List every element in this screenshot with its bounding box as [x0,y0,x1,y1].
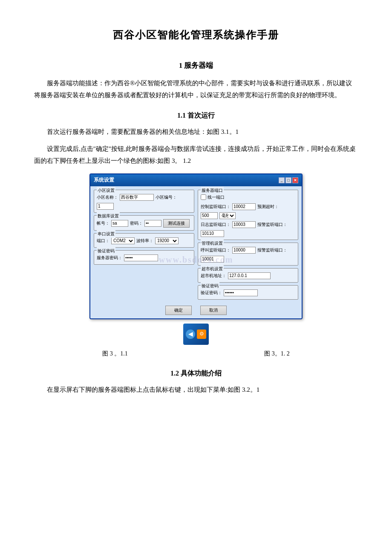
subsection1-heading: 1.1 首次运行 [34,110,358,122]
auth-group-left: 验证密码 服务器密码： [94,250,194,265]
dialog-title: 系统设置 [94,176,114,185]
daily-port-label: 日志监听端口： [201,221,231,228]
server-port-group-label: 服务器端口 [201,187,224,194]
section1-description: 服务器端功能描述：作为西谷®小区智能化管理系统的中心部件，需要实时与设备和进行通… [34,78,358,101]
supermarket-addr-input[interactable] [228,272,271,279]
verify-pwd-label: 验证密码： [201,289,222,297]
confirm-button[interactable]: 确定 [165,306,192,315]
mgmt-alarm-input[interactable] [201,256,224,263]
taskbar-icon-figure: ◀ ⚙ [183,324,209,345]
control-port-row: 控制监听端口： 预测超时： 毫秒 [201,203,295,219]
dialog-titlebar: 系统设置 _ □ ✕ [90,174,302,186]
dialog-right-panel: 服务器端口 线一端口 控制监听端口： 预测超时： [198,190,298,300]
supermarket-addr-row: 超市机地址： [201,272,295,280]
control-port-label: 控制监听端口： [201,203,231,211]
community-id-input[interactable] [97,203,114,210]
port-label: 端口： [97,237,110,245]
test-connection-button[interactable]: 测试连接 [163,219,190,228]
minimize-button[interactable]: _ [279,177,285,183]
mgmt-port-input[interactable] [232,247,256,254]
timeout-label: 预测超时： [257,203,279,211]
baud-select[interactable]: 19200 [155,237,179,244]
verify-pwd-input[interactable] [224,289,258,296]
port-select[interactable]: COM2 [111,237,135,244]
db-group-label: 数据库设置 [97,212,120,220]
app-icon: ⚙ [197,330,206,339]
timeout-input[interactable] [201,212,218,219]
server-pwd-row: 服务器密码： [97,254,191,262]
mgmt-alarm-label: 报警监听端口： [257,246,287,254]
subsection1-para2: 设置完成后,点击"确定"按钮,此时服务器端会与数据库尝试连接，连接成功后，开始正… [34,143,358,167]
community-name-input[interactable] [120,194,154,201]
baud-label: 波特率： [136,237,153,245]
serial-group: 串口设置 端口： COM2 波特率： 19200 [94,233,194,248]
dialog-figure: 系统设置 _ □ ✕ 小区设置 [89,173,303,345]
figure-caption-2: 图 3。1. 2 [264,348,290,359]
subsection2-heading: 1.2 具体功能介绍 [34,367,358,380]
alarm-port-label: 报警监听端口： [257,221,287,228]
section1-heading: 1 服务器端 [34,59,358,72]
db-group: 数据库设置 帐号： 密码： 测试连接 [94,215,194,231]
control-port-input[interactable] [232,203,256,210]
auth-group-left-label: 验证密码 [97,247,115,255]
verify-pwd-row: 验证密码： [201,289,295,297]
name-label: 小区名称： [97,194,118,201]
alarm-port-input[interactable] [201,230,224,237]
account-label: 帐号： [97,220,110,227]
small-icon-container: ◀ ⚙ [89,324,303,345]
figure-caption-1: 图 3 。1.1 [102,348,128,359]
line1-checkbox[interactable] [201,194,206,200]
timeout-unit-select[interactable]: 毫秒 [219,212,236,219]
management-group-label: 管理机设置 [201,240,224,247]
line1-label: 线一端口 [208,194,225,201]
db-account-input[interactable] [111,220,128,227]
figure-caption-row: 图 3 。1.1 图 3。1. 2 [34,348,358,359]
community-group: 小区设置 小区名称： 小区编号： [94,190,194,213]
mgmt-port-label: 呼叫监听端口： [201,246,231,254]
system-settings-dialog: 系统设置 _ □ ✕ 小区设置 [89,173,303,319]
checkbox-row: 线一端口 [201,194,295,201]
close-button[interactable]: ✕ [292,177,298,183]
figure-area-1: 系统设置 _ □ ✕ 小区设置 [34,173,358,359]
serial-group-label: 串口设置 [97,230,115,238]
subsection2-para1: 在显示屏右下脚的服务器端图标上点击鼠标右键，出现如下菜单:如图 3.2。1 [34,384,358,396]
management-group: 管理机设置 呼叫监听端口： 报警监听端口： [198,243,298,266]
auth-group-right-label: 验证密码 [201,282,219,290]
server-port-group: 服务器端口 线一端口 控制监听端口： 预测超时： [198,190,298,240]
password-label: 密码： [130,220,143,227]
daily-port-input[interactable] [232,221,256,228]
restore-button[interactable]: □ [285,177,291,183]
community-group-label: 小区设置 [97,187,115,194]
subsection1-para1: 首次运行服务器端时，需要配置服务器的相关信息地址：如图 3.1。1 [34,126,358,138]
mgmt-port-row: 呼叫监听端口： 报警监听端口： [201,246,295,263]
id-label: 小区编号： [156,194,177,201]
db-account-row: 帐号： 密码： 测试连接 [97,219,191,228]
supermarket-addr-label: 超市机地址： [201,272,226,280]
auth-group-right: 验证密码 验证密码： [198,285,298,300]
supermarket-group: 超市机设置 超市机地址： [198,268,298,283]
supermarket-group-label: 超市机设置 [201,265,224,273]
page-title: 西谷小区智能化管理系统操作手册 [34,26,358,44]
dialog-footer: 确定 取消 [90,303,302,318]
daily-port-row: 日志监听端口： 报警监听端口： [201,221,295,237]
serial-port-row: 端口： COM2 波特率： 19200 [97,237,191,245]
dialog-body: 小区设置 小区名称： 小区编号： [90,186,302,303]
dialog-left-panel: 小区设置 小区名称： 小区编号： [94,190,194,300]
db-password-input[interactable] [144,220,161,227]
community-name-row: 小区名称： 小区编号： [97,194,191,210]
server-pwd-input[interactable] [124,254,158,261]
back-icon: ◀ [186,330,195,339]
cancel-button[interactable]: 取消 [200,306,227,315]
titlebar-controls: _ □ ✕ [279,177,298,183]
server-pwd-label: 服务器密码： [97,254,122,262]
